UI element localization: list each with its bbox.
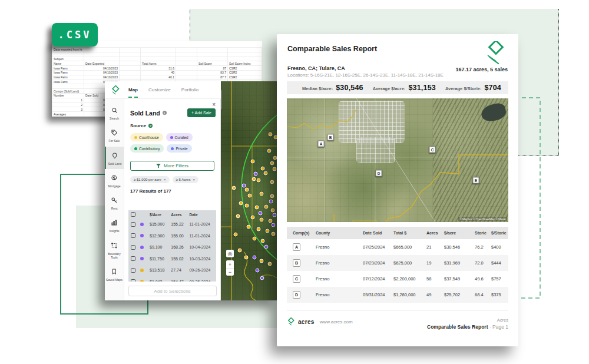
spreadsheet-cell[interactable]	[52, 52, 84, 57]
sale-dot-curated[interactable]	[254, 172, 258, 176]
sale-dot-courthouse[interactable]	[238, 249, 242, 253]
row-checkbox[interactable]	[131, 245, 135, 250]
spreadsheet-cell[interactable]: 31.6	[141, 66, 176, 71]
spreadsheet-cell[interactable]	[197, 48, 228, 52]
sale-dot-curated[interactable]	[264, 245, 269, 249]
spreadsheet-cell[interactable]: Subject	[52, 57, 84, 61]
spreadsheet-cell[interactable]	[176, 75, 197, 80]
tab-customize[interactable]: Customize	[148, 82, 171, 98]
remove-filter-icon[interactable]: ×	[193, 178, 196, 181]
spreadsheet-cell[interactable]: 87.7	[197, 75, 228, 80]
row-checkbox[interactable]	[131, 268, 135, 273]
spreadsheet-cell[interactable]	[120, 52, 141, 57]
spreadsheet-cell[interactable]: Iowa Farm	[52, 70, 84, 75]
add-sale-button[interactable]: + Add Sale	[187, 108, 216, 117]
spreadsheet-cell[interactable]	[228, 57, 262, 61]
sale-dot-curated[interactable]	[273, 213, 277, 217]
sale-dot-courthouse[interactable]	[257, 227, 261, 231]
sale-dot-courthouse[interactable]	[270, 180, 274, 184]
source-chip-private[interactable]: Private	[167, 144, 191, 153]
spreadsheet-cell[interactable]	[197, 57, 228, 61]
add-to-selections-button[interactable]: Add to Selections	[128, 286, 217, 296]
spreadsheet-cell[interactable]: 04/10/2023	[84, 66, 120, 71]
source-chip-contributory[interactable]: Contributory	[130, 144, 164, 153]
spreadsheet-cell[interactable]	[176, 70, 197, 75]
spreadsheet-cell[interactable]: Averages	[52, 112, 84, 117]
sale-dot-courthouse[interactable]	[269, 133, 273, 137]
spreadsheet-cell[interactable]: Iowa Farm	[52, 80, 84, 84]
spreadsheet-cell[interactable]: CSR2	[228, 66, 262, 71]
spreadsheet-cell[interactable]: Soil Score	[197, 61, 228, 66]
spreadsheet-cell[interactable]	[120, 48, 141, 52]
sale-dot-courthouse[interactable]	[257, 178, 261, 183]
spreadsheet-cell[interactable]	[141, 48, 176, 52]
map-canvas[interactable]: ◎ + −	[221, 81, 277, 300]
spreadsheet-cell[interactable]: Comps (Sold Land)	[52, 89, 84, 94]
more-filters-button[interactable]: More Filters	[130, 161, 214, 171]
spreadsheet-cell[interactable]: 40	[141, 70, 176, 75]
spreadsheet-cell[interactable]: Iowa Farm	[52, 75, 84, 80]
spreadsheet-cell[interactable]: Data exported from ht	[52, 48, 84, 52]
sale-dot-courthouse[interactable]	[261, 167, 265, 171]
sale-dot-courthouse[interactable]	[270, 161, 274, 166]
zoom-out-button[interactable]: −	[226, 268, 234, 276]
spreadsheet-cell[interactable]: 04/10/2023	[84, 70, 120, 75]
remove-filter-icon[interactable]: ×	[164, 178, 166, 181]
spreadsheet-cell[interactable]	[228, 48, 262, 52]
sale-dot-curated[interactable]	[272, 223, 276, 227]
sale-dot-curated[interactable]	[259, 211, 263, 216]
spreadsheet-cell[interactable]	[176, 48, 197, 52]
sidebar-item-rent[interactable]: Rent	[105, 191, 124, 214]
sidebar-item-search[interactable]: Search	[105, 101, 124, 124]
spreadsheet-cell[interactable]	[120, 75, 141, 80]
panel-scrollbar[interactable]	[221, 90, 221, 110]
sale-dot-courthouse[interactable]	[268, 262, 272, 266]
results-row[interactable]: $11,750155.0210-03-2024	[128, 253, 216, 265]
spreadsheet-cell[interactable]	[52, 84, 84, 89]
sale-dot-courthouse[interactable]	[244, 256, 249, 260]
sale-dot-courthouse[interactable]	[251, 160, 255, 164]
info-icon[interactable]: i	[163, 111, 167, 115]
sale-dot-courthouse[interactable]	[260, 218, 264, 222]
tab-map[interactable]: Map	[128, 82, 138, 98]
results-row[interactable]: $13,51827.7409-26-2024	[128, 264, 216, 276]
select-all-checkbox[interactable]	[131, 212, 135, 217]
results-row[interactable]: $12,900155.0011-01-2024	[128, 230, 216, 242]
spreadsheet-cell[interactable]	[197, 52, 228, 57]
spreadsheet-cell[interactable]	[176, 57, 197, 61]
sale-dot-courthouse[interactable]	[267, 149, 272, 153]
spreadsheet-cell[interactable]: CSR2	[228, 70, 262, 75]
spreadsheet-cell[interactable]	[141, 57, 176, 61]
spreadsheet-cell[interactable]	[84, 48, 120, 52]
sale-dot-curated[interactable]	[260, 276, 264, 280]
source-info-icon[interactable]: ?	[148, 124, 153, 128]
spreadsheet-cell[interactable]	[141, 52, 176, 57]
row-checkbox[interactable]	[131, 256, 135, 261]
sale-dot-courthouse[interactable]	[245, 204, 249, 208]
tab-portfolio[interactable]: Portfolio	[181, 82, 198, 98]
spreadsheet-cell[interactable]: 87	[197, 66, 228, 71]
sale-dot-courthouse[interactable]	[272, 232, 276, 236]
spreadsheet-cell[interactable]: 40.1	[141, 75, 176, 80]
results-row[interactable]: $15,000155.2211-01-2024	[128, 219, 216, 230]
spreadsheet-cell[interactable]: Soil Score Index	[228, 61, 262, 66]
spreadsheet-cell[interactable]	[84, 57, 120, 61]
spreadsheet-cell[interactable]: Name	[52, 61, 84, 66]
sidebar-item-for-sale[interactable]: For Sale	[105, 124, 124, 146]
sale-dot-courthouse[interactable]	[260, 259, 264, 263]
comp-marker-c[interactable]: C	[429, 147, 436, 153]
footer-url[interactable]: www.acres.com	[320, 319, 353, 325]
sale-dot-courthouse[interactable]	[269, 219, 273, 223]
sale-dot-courthouse[interactable]	[260, 192, 264, 196]
sale-dot-courthouse[interactable]	[264, 205, 269, 209]
spreadsheet-cell[interactable]	[120, 70, 141, 75]
spreadsheet-cell[interactable]	[228, 52, 262, 57]
comp-marker-a[interactable]: A	[318, 141, 325, 147]
sale-dot-courthouse[interactable]	[253, 237, 257, 241]
sale-dot-courthouse[interactable]	[239, 201, 243, 206]
sale-dot-courthouse[interactable]	[264, 171, 268, 176]
results-row[interactable]: $9,100168.2610-04-2024	[128, 241, 216, 253]
comp-marker-b[interactable]: B	[327, 134, 334, 141]
sale-dot-courthouse[interactable]	[248, 194, 252, 198]
spreadsheet-cell[interactable]: Number	[52, 93, 84, 98]
